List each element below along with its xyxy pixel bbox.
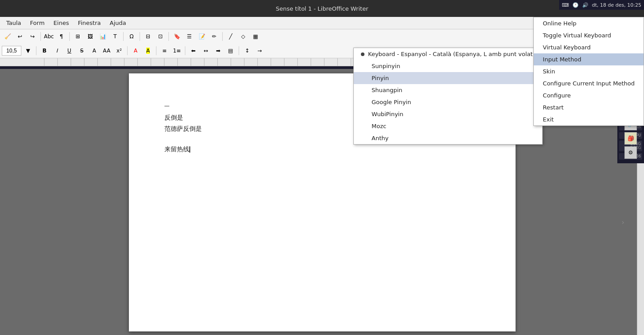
draw-icon: ╱	[229, 33, 232, 40]
spell-button[interactable]: Abc	[43, 31, 55, 42]
menu-eines[interactable]: Eines	[49, 18, 73, 28]
window-title: Sense títol 1 - LibreOffice Writer	[276, 5, 368, 12]
crossref-button[interactable]: ☰	[184, 31, 195, 42]
table-icon: ⊞	[76, 33, 80, 40]
shapes-button[interactable]: ◇	[237, 31, 249, 42]
menu-finestra[interactable]: Finestra	[73, 18, 105, 28]
shapes-icon: ◇	[241, 33, 245, 40]
sep3	[123, 32, 124, 41]
align-right-icon: ➡	[216, 48, 220, 54]
virtual-keyboard-item[interactable]: Virtual Keyboard	[534, 41, 644, 53]
underline-icon: U	[68, 48, 72, 54]
exit-item[interactable]: Exit	[534, 113, 644, 125]
keyboard-item[interactable]: Keyboard - Espanyol - Català (Espanya, L…	[354, 48, 542, 60]
indent-button[interactable]: →	[254, 45, 265, 57]
font-size-down[interactable]: ▼	[22, 45, 34, 57]
underline-button[interactable]: U	[64, 45, 75, 57]
bold-button[interactable]: B	[39, 45, 50, 57]
track-button[interactable]: ✏	[208, 31, 220, 42]
align-left-icon: ⬅	[191, 48, 196, 54]
bullets-icon: ≡	[162, 48, 167, 54]
pilcrow-button[interactable]: ¶	[56, 31, 67, 42]
indent-icon: →	[257, 48, 262, 54]
note-button[interactable]: 📝	[196, 31, 208, 42]
table-button[interactable]: ⊞	[72, 31, 84, 42]
restart-item[interactable]: Restart	[534, 101, 644, 113]
sep4	[140, 32, 140, 41]
toggle-virtual-keyboard-item[interactable]: Toggle Virtual Keyboard	[534, 29, 644, 41]
menu-form[interactable]: Form	[26, 18, 49, 28]
pagebreak-button[interactable]: ⊡	[155, 31, 166, 42]
align-center-icon: ↔	[204, 48, 208, 54]
superscript-button[interactable]: x²	[113, 45, 125, 57]
selected-dot	[361, 52, 364, 56]
menu-taula[interactable]: Taula	[2, 18, 26, 28]
fontcolor-button[interactable]: A	[130, 45, 141, 57]
align-left-button[interactable]: ⬅	[188, 45, 199, 57]
wubipinyin-item[interactable]: WubiPinyin	[354, 108, 542, 120]
uppercase-icon: AA	[103, 48, 111, 54]
datetime-display: dt, 18 de des, 10:25	[592, 2, 641, 8]
expand-arrow[interactable]: ›	[622, 218, 624, 226]
input-method-submenu: Keyboard - Espanyol - Català (Espanya, L…	[353, 48, 543, 145]
new-button[interactable]: 🧹	[2, 31, 13, 42]
sep5	[168, 32, 169, 41]
doc-line-5: 来留热线	[164, 144, 480, 155]
pinyin-item[interactable]: Pinyin	[354, 72, 542, 84]
bookmark-icon: 🔖	[174, 33, 180, 40]
bookmark-button[interactable]: 🔖	[171, 31, 183, 42]
redo-icon: ↪	[30, 33, 35, 40]
redo-button[interactable]: ↪	[27, 31, 38, 42]
specialchar-icon: Ω	[129, 33, 133, 40]
linespacing-button[interactable]: ↕	[241, 45, 253, 57]
specialchar-button[interactable]: Ω	[126, 31, 137, 42]
grid-button[interactable]: ▦	[250, 31, 261, 42]
highlight-button[interactable]: A	[142, 45, 154, 57]
highlight-icon: A	[146, 48, 150, 54]
shadow-button[interactable]: A	[88, 45, 100, 57]
strikethrough-button[interactable]: S	[76, 45, 88, 57]
image-button[interactable]: 🖼	[84, 31, 96, 42]
sunpinyin-item[interactable]: Sunpinyin	[354, 60, 542, 72]
new-icon: 🧹	[4, 33, 11, 40]
justify-button[interactable]: ▤	[225, 45, 236, 57]
side-icon-2[interactable]: 🎒	[624, 132, 637, 145]
spell-icon: Abc	[44, 33, 54, 40]
configure-item[interactable]: Configure	[534, 89, 644, 101]
bullets-button[interactable]: ≡	[159, 45, 170, 57]
online-help-item[interactable]: Online Help	[534, 17, 644, 29]
numbering-button[interactable]: 1≡	[171, 45, 183, 57]
image-icon: 🖼	[88, 33, 93, 40]
anthy-item[interactable]: Anthy	[354, 132, 542, 144]
align-center-button[interactable]: ↔	[200, 45, 212, 57]
pagebreak-icon: ⊡	[158, 33, 163, 40]
side-icon-3[interactable]: ⚙	[624, 146, 637, 159]
undo-icon: ↩	[18, 33, 22, 40]
configure-input-method-item[interactable]: Configure Current Input Method	[534, 77, 644, 89]
align-right-button[interactable]: ➡	[212, 45, 224, 57]
keyboard-icon: ⌨	[562, 2, 569, 8]
bold-icon: B	[42, 48, 46, 54]
track-icon: ✏	[212, 33, 216, 40]
insertmore-button[interactable]: ⊟	[142, 31, 154, 42]
chart-button[interactable]: 📊	[97, 31, 108, 42]
title-bar: Sense títol 1 - LibreOffice Writer	[0, 0, 644, 17]
italic-button[interactable]: I	[51, 45, 63, 57]
skin-item[interactable]: Skin	[534, 65, 644, 77]
google-pinyin-item[interactable]: Google Pinyin	[354, 96, 542, 108]
sep9	[156, 46, 156, 55]
menu-ajuda[interactable]: Ajuda	[105, 18, 131, 28]
sep11	[239, 46, 239, 55]
insertmore-icon: ⊟	[146, 33, 150, 40]
textbox-button[interactable]: T	[109, 31, 121, 42]
sep7	[36, 46, 36, 55]
input-method-item[interactable]: Input Method	[534, 53, 644, 65]
mozc-item[interactable]: Mozc	[354, 120, 542, 132]
draw-button[interactable]: ╱	[225, 31, 236, 42]
font-size-input[interactable]: 10,5	[2, 46, 21, 56]
strikethrough-icon: S	[80, 48, 84, 54]
uppercase-button[interactable]: AA	[101, 45, 112, 57]
linespacing-icon: ↕	[245, 48, 249, 54]
shuangpin-item[interactable]: Shuangpin	[354, 84, 542, 96]
undo-button[interactable]: ↩	[14, 31, 26, 42]
